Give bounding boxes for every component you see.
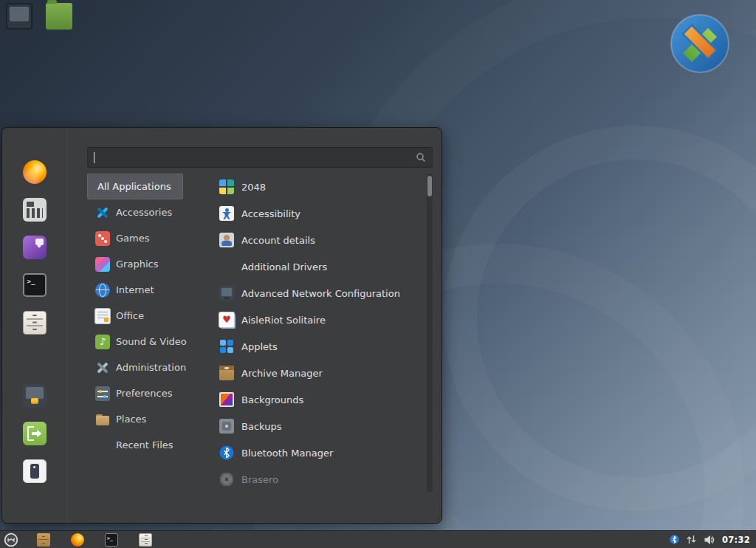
shutdown-icon (23, 459, 47, 483)
playing-card-heart-icon (219, 312, 234, 327)
network-monitor-icon (219, 286, 234, 301)
app-label: Backups (241, 421, 281, 432)
category-all-applications[interactable]: All Applications (87, 174, 183, 199)
favorite-files[interactable] (20, 308, 49, 338)
desktop: All Applications Accessories Games Graph… (0, 0, 756, 548)
desktop-icon-home[interactable] (46, 3, 72, 30)
category-accessories[interactable]: Accessories (87, 199, 183, 225)
preferences-icon (95, 386, 110, 401)
accessories-icon (95, 205, 110, 220)
logout-button[interactable] (20, 419, 49, 448)
backups-safe-icon (219, 419, 234, 434)
volume-icon[interactable] (704, 535, 715, 545)
category-label: Recent Files (116, 439, 173, 451)
scrollbar-thumb[interactable] (427, 176, 432, 196)
app-item-2048[interactable]: 2048 (215, 174, 425, 200)
network-icon[interactable] (687, 535, 696, 544)
graphics-icon (95, 257, 110, 272)
search-input[interactable] (97, 151, 416, 164)
app-item-backgrounds[interactable]: Backgrounds (215, 386, 425, 413)
app-label: Brasero (241, 474, 278, 485)
app-item-bluetooth-manager[interactable]: Bluetooth Manager (215, 439, 425, 466)
favorite-app[interactable] (20, 233, 49, 262)
category-places[interactable]: Places (87, 406, 183, 432)
app-item-backups[interactable]: Backups (215, 413, 425, 439)
app-item-archive-manager[interactable]: Archive Manager (215, 360, 425, 386)
menu-button[interactable] (3, 532, 19, 548)
file-cabinet-icon (23, 311, 47, 335)
archive-box-icon (219, 366, 234, 380)
accessibility-person-icon (219, 206, 234, 221)
app-item-account-details[interactable]: Account details (215, 227, 425, 253)
menu-logo-icon (4, 532, 18, 547)
category-office[interactable]: Office (87, 303, 183, 329)
app-item-brasero[interactable]: Brasero (215, 466, 425, 493)
favorites-sidebar (2, 128, 67, 523)
app-item-additional-drivers[interactable]: Additional Drivers (215, 253, 425, 280)
app-label: Applets (241, 341, 278, 352)
category-internet[interactable]: Internet (87, 277, 183, 303)
scrollbar[interactable] (427, 174, 433, 493)
category-label: All Applications (97, 181, 171, 192)
category-label: Preferences (116, 388, 172, 399)
backgrounds-picture-icon (219, 392, 234, 407)
app-item-aisleriot-solitaire[interactable]: AisleRiot Solitaire (215, 306, 425, 333)
category-graphics[interactable]: Graphics (87, 251, 183, 277)
menu-main: All Applications Accessories Games Graph… (67, 128, 441, 523)
games-icon (95, 231, 110, 246)
search-icon (416, 152, 426, 162)
category-label: Internet (116, 284, 154, 295)
software-manager-icon (23, 198, 47, 222)
app-item-advanced-network-configuration[interactable]: Advanced Network Configuration (215, 280, 425, 306)
app-label: AisleRiot Solitaire (241, 315, 326, 326)
lock-screen-button[interactable] (20, 381, 49, 411)
favorite-terminal[interactable] (20, 270, 49, 300)
app-item-accessibility[interactable]: Accessibility (215, 200, 425, 227)
category-label: Games (116, 233, 149, 244)
optical-disc-icon (219, 472, 234, 487)
clock[interactable]: 07:32 (722, 535, 750, 545)
bluetooth-tray-icon[interactable] (670, 535, 679, 544)
app-label: Archive Manager (241, 368, 323, 379)
app-label: Bluetooth Manager (241, 448, 333, 459)
sound-video-icon (95, 335, 110, 349)
terminal-icon (23, 273, 47, 297)
category-label: Accessories (116, 207, 172, 218)
app-item-applets[interactable]: Applets (215, 333, 425, 360)
app-menu: All Applications Accessories Games Graph… (1, 127, 442, 524)
app-label: 2048 (241, 182, 266, 193)
bluetooth-icon (219, 445, 234, 460)
category-label: Office (116, 310, 144, 321)
category-preferences[interactable]: Preferences (87, 380, 183, 406)
applets-tiles-icon (219, 339, 234, 354)
drawer-icon (37, 533, 50, 547)
search-box (87, 147, 433, 168)
app-label: Accessibility (241, 208, 300, 219)
category-administration[interactable]: Administration (87, 355, 183, 380)
category-label: Administration (116, 362, 186, 373)
category-games[interactable]: Games (87, 225, 183, 251)
favorite-firefox[interactable] (20, 157, 49, 187)
file-manager-launcher[interactable] (139, 533, 152, 547)
internet-icon (95, 283, 110, 298)
wallpaper-ring (443, 126, 756, 511)
desktop-icon-computer[interactable] (6, 3, 32, 30)
system-tray: 07:32 (670, 535, 756, 545)
terminal-launcher[interactable] (105, 533, 118, 547)
category-sound-video[interactable]: Sound & Video (87, 329, 183, 355)
app-label: Backgrounds (241, 394, 303, 405)
file-cabinet-icon (139, 533, 152, 547)
app-label: Account details (241, 235, 315, 246)
logout-icon (23, 422, 47, 445)
favorite-software-manager[interactable] (20, 195, 49, 225)
files-launcher[interactable] (37, 533, 50, 547)
firefox-icon (23, 160, 47, 184)
app-label: Additional Drivers (241, 261, 327, 273)
firefox-launcher[interactable] (71, 533, 84, 547)
app-label: Advanced Network Configuration (241, 288, 400, 299)
category-recent-files[interactable]: Recent Files (87, 432, 183, 458)
purple-app-icon (23, 236, 47, 259)
application-list: 2048 Accessibility Account details Addit… (215, 174, 425, 523)
menu-columns: All Applications Accessories Games Graph… (87, 174, 433, 523)
shutdown-button[interactable] (20, 456, 49, 486)
